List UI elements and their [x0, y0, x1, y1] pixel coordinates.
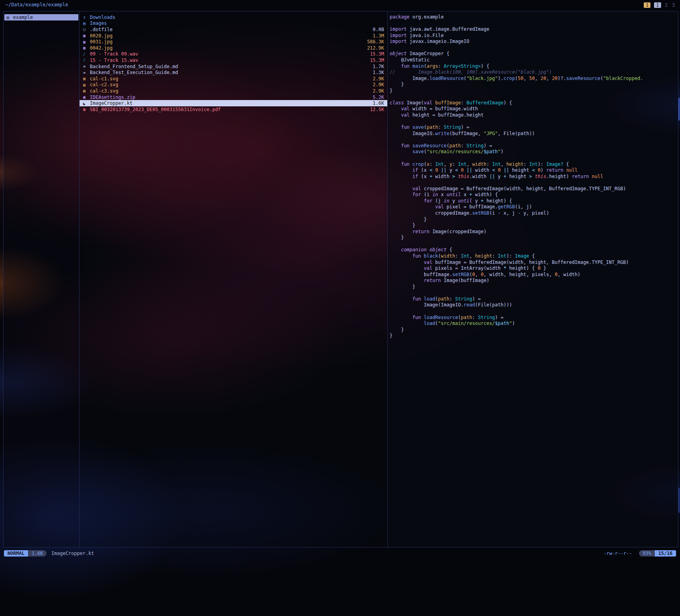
file-name: SBI_0032013739_2023_DE05_0003155631Invoi…: [90, 107, 367, 112]
image-file-icon: ▦: [83, 46, 90, 50]
code-line: fun crop(x: Int, y: Int, width: Int, hei…: [390, 161, 678, 168]
file-row[interactable]: ▧cal-c1.svg2.9K: [79, 76, 387, 82]
pane-divider-left: [79, 11, 80, 547]
file-name: Backend_Test_Execution_Guide.md: [90, 70, 370, 75]
file-row[interactable]: ↧Downloads: [79, 14, 387, 20]
parent-dir-item[interactable]: ▤ example: [4, 14, 78, 20]
status-bar: NORMAL 1.6K ImageCropper.kt -rw-r--r-- 9…: [4, 550, 676, 557]
file-row[interactable]: ▢.dotfile0.0B: [79, 26, 387, 33]
zip-file-icon: ▣: [83, 95, 90, 99]
file-row[interactable]: ♪15 - Track 15.wav15.3M: [79, 57, 387, 63]
code-line: [390, 290, 678, 296]
file-row[interactable]: ▥SBI_0032013739_2023_DE05_0003155631Invo…: [79, 106, 387, 113]
code-line: fun saveResource(path: String) =: [390, 143, 678, 149]
preview-pane: package org.example import java.awt.imag…: [387, 11, 678, 547]
code-line: val height = buffImage.height: [390, 112, 678, 119]
file-name: 0031.jpg: [90, 39, 364, 45]
code-line: class Image(val buffImage: BufferedImage…: [390, 100, 678, 106]
scrollbar-thumb-lower[interactable]: [678, 488, 680, 513]
file-row[interactable]: ▣IDEAsettings.zip5.2K: [79, 94, 387, 100]
file-row[interactable]: ▧cal-c2.svg2.9K: [79, 82, 387, 88]
svg-file-icon: ▧: [83, 83, 90, 87]
code-line: fun black(width: Int, height: Int): Imag…: [390, 253, 678, 260]
folder-icon: ▤: [7, 15, 13, 20]
file-row[interactable]: ▦0031.jpg586.3K: [79, 39, 387, 45]
code-line: return Image(croppedImage): [390, 229, 678, 235]
file-size: 5.2K: [373, 95, 384, 100]
file-name: Backend_Frontend_Setup_Guide.md: [90, 64, 370, 69]
code-line: return Image(buffImage): [390, 278, 678, 284]
tab-item[interactable]: 1: [654, 2, 661, 8]
file-row[interactable]: ▦0028.jpg1.3M: [79, 33, 387, 39]
file-size: 1.3K: [373, 70, 384, 75]
file-manager-frame: ▤ example ↧Downloads▤Images▢.dotfile0.0B…: [3, 11, 678, 547]
parent-dir-name: example: [13, 15, 76, 20]
code-line: fun main(args: Array<String>) {: [390, 63, 678, 70]
tab-item[interactable]: 3: [672, 2, 675, 8]
code-line: load("src/main/resources/$path"): [390, 321, 678, 327]
file-name: cal-c1.svg: [90, 76, 370, 82]
file-permissions: -rw-r--r--: [604, 551, 632, 556]
file-row[interactable]: ≡Backend_Test_Execution_Guide.md1.3K: [79, 69, 387, 76]
code-line: [390, 137, 678, 143]
code-line: val croppedImage = BufferedImage(width, …: [390, 186, 678, 192]
file-size: 1.6K: [373, 100, 384, 106]
file-name: 09 - Track 09.wav: [90, 51, 367, 57]
file-name: 15 - Track 15.wav: [90, 58, 367, 63]
code-line: val pixels = IntArray(width * height) { …: [390, 265, 678, 272]
file-size: 1.3M: [373, 33, 384, 39]
tab-item[interactable]: 2: [665, 2, 668, 8]
tab-item[interactable]: 1: [644, 2, 650, 8]
breadcrumb-path: ~/Data/example/example: [6, 2, 68, 8]
file-row[interactable]: ▤Images: [79, 20, 387, 27]
code-line: }: [390, 223, 678, 229]
pane-divider-right: [387, 11, 388, 547]
statusbar-filename: ImageCropper.kt: [51, 551, 94, 556]
file-size: 15.3M: [370, 58, 384, 63]
file-name: 0028.jpg: [90, 33, 370, 39]
code-line: val pixel = buffImage.getRGB(i, j): [390, 204, 678, 210]
markdown-file-icon: ≡: [83, 71, 90, 75]
code-line: fun load(path: String) =: [390, 296, 678, 302]
file-row[interactable]: ≡Backend_Frontend_Setup_Guide.md1.7K: [79, 63, 387, 70]
file-list: ↧Downloads▤Images▢.dotfile0.0B▦0028.jpg1…: [79, 11, 387, 547]
audio-file-icon: ♪: [83, 58, 90, 62]
code-line: croppedImage.setRGB(i - x, j - y, pixel): [390, 210, 678, 217]
code-line: [390, 45, 678, 51]
code-line: [390, 180, 678, 186]
code-line: [390, 241, 678, 247]
code-view: package org.example import java.awt.imag…: [387, 11, 678, 547]
file-name: .dotfile: [90, 27, 370, 32]
tab-bar: 1123: [644, 2, 675, 8]
file-size: 15.3M: [370, 51, 384, 57]
image-file-icon: ▦: [83, 40, 90, 44]
mode-indicator: NORMAL: [4, 550, 28, 557]
code-line: import java.awt.image.BufferedImage: [390, 26, 678, 33]
code-line: val buffImage = BufferedImage(width, hei…: [390, 260, 678, 266]
code-line: [390, 20, 678, 27]
file-row[interactable]: ♪09 - Track 09.wav15.3M: [79, 51, 387, 58]
code-line: }: [390, 333, 678, 339]
code-line: }: [390, 82, 678, 88]
scrollbar-thumb[interactable]: [678, 98, 680, 121]
file-name: IDEAsettings.zip: [90, 95, 370, 100]
code-line: object ImageCropper {: [390, 51, 678, 57]
scroll-percent-badge: 93%: [639, 550, 655, 557]
file-row[interactable]: ▦0042.jpg212.9K: [79, 45, 387, 51]
pdf-file-icon: ▥: [83, 107, 90, 111]
kotlin-file-icon: ◣: [83, 101, 90, 106]
code-line: buffImage.setRGB(0, 0, width, height, pi…: [390, 272, 678, 278]
downloads-folder-icon: ↧: [83, 15, 90, 19]
code-line: import javax.imageio.ImageIO: [390, 39, 678, 45]
audio-file-icon: ♪: [83, 52, 90, 56]
file-icon: ▢: [83, 27, 90, 32]
code-line: if (x < 0 || y < 0 || width < 0 || heigh…: [390, 167, 678, 174]
code-line: fun save(path: String) =: [390, 124, 678, 131]
code-line: [390, 94, 678, 100]
code-line: val width = buffImage.width: [390, 106, 678, 112]
file-name: cal-c2.svg: [90, 82, 370, 87]
file-size: 586.3K: [367, 39, 384, 45]
code-line: // Image.black(100, 100).saveResource("b…: [390, 69, 678, 76]
file-row[interactable]: ▧cal-c3.svg2.9K: [79, 88, 387, 94]
file-row[interactable]: ◣ImageCropper.kt1.6K: [79, 100, 387, 106]
